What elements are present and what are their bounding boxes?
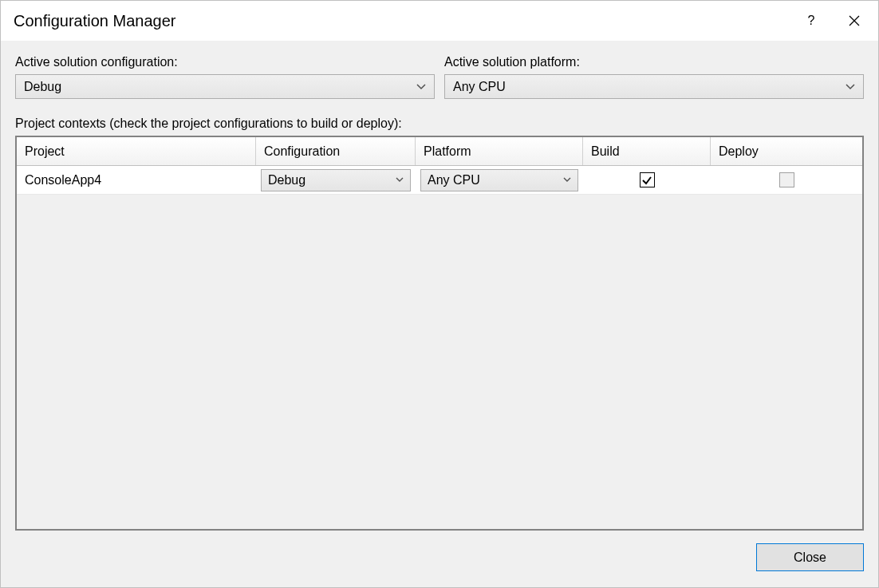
project-config-combo[interactable]: Debug bbox=[261, 169, 411, 191]
active-config-label: Active solution configuration: bbox=[15, 55, 435, 69]
chevron-down-icon bbox=[396, 177, 404, 183]
active-platform-combo[interactable]: Any CPU bbox=[444, 74, 864, 99]
project-contexts-label: Project contexts (check the project conf… bbox=[15, 116, 864, 131]
project-name-cell: ConsoleApp4 bbox=[17, 166, 256, 194]
dialog-content: Active solution configuration: Debug Act… bbox=[1, 41, 878, 587]
active-config-value: Debug bbox=[24, 80, 416, 94]
chevron-down-icon bbox=[563, 177, 571, 183]
chevron-down-icon bbox=[845, 84, 855, 90]
project-build-cell bbox=[583, 166, 711, 194]
column-header-deploy[interactable]: Deploy bbox=[711, 137, 862, 165]
project-platform-combo[interactable]: Any CPU bbox=[420, 169, 578, 191]
deploy-checkbox bbox=[779, 172, 794, 187]
chevron-down-icon bbox=[416, 84, 426, 90]
active-config-group: Active solution configuration: Debug bbox=[15, 55, 435, 99]
build-checkbox[interactable] bbox=[640, 172, 655, 187]
grid-header: Project Configuration Platform Build Dep… bbox=[17, 137, 862, 166]
close-icon bbox=[849, 15, 860, 26]
column-header-project[interactable]: Project bbox=[17, 137, 256, 165]
project-grid: Project Configuration Platform Build Dep… bbox=[15, 136, 864, 531]
column-header-platform[interactable]: Platform bbox=[416, 137, 583, 165]
close-window-button[interactable] bbox=[830, 1, 878, 41]
dialog-window: Configuration Manager ? Active solution … bbox=[0, 0, 879, 588]
help-button[interactable]: ? bbox=[792, 1, 830, 41]
close-button[interactable]: Close bbox=[756, 543, 864, 571]
active-platform-label: Active solution platform: bbox=[444, 55, 864, 69]
dialog-footer: Close bbox=[15, 531, 864, 571]
help-icon: ? bbox=[808, 14, 815, 28]
dialog-title: Configuration Manager bbox=[14, 12, 792, 30]
project-platform-value: Any CPU bbox=[428, 173, 563, 187]
project-config-cell: Debug bbox=[256, 166, 416, 194]
project-deploy-cell bbox=[711, 166, 862, 194]
titlebar: Configuration Manager ? bbox=[1, 1, 878, 41]
active-platform-value: Any CPU bbox=[453, 80, 845, 94]
column-header-build[interactable]: Build bbox=[583, 137, 711, 165]
column-header-configuration[interactable]: Configuration bbox=[256, 137, 416, 165]
active-config-combo[interactable]: Debug bbox=[15, 74, 435, 99]
project-config-value: Debug bbox=[268, 173, 396, 187]
solution-config-row: Active solution configuration: Debug Act… bbox=[15, 55, 864, 99]
checkmark-icon bbox=[641, 175, 652, 186]
table-row: ConsoleApp4 Debug Any CPU bbox=[17, 166, 862, 195]
project-platform-cell: Any CPU bbox=[416, 166, 583, 194]
active-platform-group: Active solution platform: Any CPU bbox=[444, 55, 864, 99]
